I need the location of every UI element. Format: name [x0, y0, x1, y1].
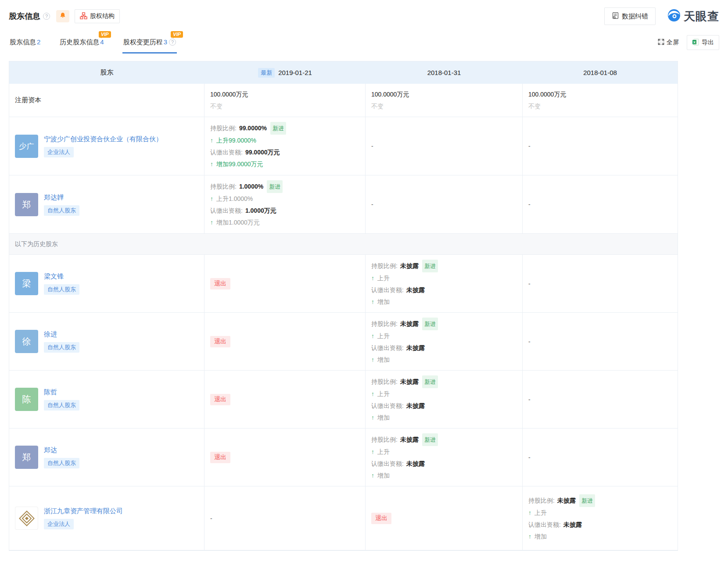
shareholder-type-tag: 自然人股东 [44, 342, 79, 353]
date-cell: 持股比例:未披露新进↑上升认缴出资额:未披露↑增加 [523, 486, 678, 550]
export-button[interactable]: X 导出 [687, 35, 719, 50]
up-arrow-icon: ↑ [210, 135, 213, 146]
ratio-value: 未披露 [400, 434, 419, 446]
amount-value: 未披露 [406, 284, 425, 296]
ratio-label: 持股比例: [210, 122, 237, 134]
equity-structure-button[interactable]: 股权结构 [75, 9, 120, 23]
shareholder-info: 郑达自然人股东 [44, 446, 79, 468]
vip-badge: VIP [171, 31, 183, 38]
new-entry-badge: 新进 [270, 122, 286, 135]
shareholder-name-link[interactable]: 浙江九章资产管理有限公司 [44, 507, 123, 515]
exit-badge: 退出 [371, 513, 391, 524]
tab-shareholder-info[interactable]: 股东信息2 [9, 32, 41, 54]
shareholder-name-link[interactable]: 郑达 [44, 446, 57, 454]
tab-help-icon[interactable]: ? [169, 39, 176, 46]
date-cell: 持股比例:1.0000%新进↑上升1.0000%认缴出资额:1.0000万元↑增… [204, 175, 366, 233]
date-cell: 持股比例:未披露新进↑上升认缴出资额:未披露↑增加 [366, 429, 523, 486]
date-cell: 退出 [366, 486, 523, 550]
shareholder-avatar[interactable]: 郑 [15, 446, 38, 469]
ratio-change: 上升99.0000% [216, 135, 256, 146]
shareholder-info: 梁文锋自然人股东 [44, 272, 79, 295]
ratio-change: 上升 [377, 330, 390, 342]
history-shareholders-separator: 以下为历史股东 [9, 234, 678, 255]
ratio-change: 上升 [377, 446, 390, 458]
shareholder-avatar[interactable]: 徐 [15, 330, 38, 353]
latest-badge: 最新 [258, 68, 275, 78]
date-cell: - [366, 175, 523, 233]
date-cell: 持股比例:99.0000%新进↑上升99.0000%认缴出资额:99.0000万… [204, 117, 366, 175]
date-cell: - [523, 255, 678, 312]
date-cell: 持股比例:未披露新进↑上升认缴出资额:未披露↑增加 [366, 371, 523, 428]
capital-amount: 100.0000万元 [528, 89, 678, 100]
svg-text:X: X [693, 40, 696, 44]
date-cell: 持股比例:未披露新进↑上升认缴出资额:未披露↑增加 [366, 255, 523, 312]
shareholder-type-tag: 自然人股东 [44, 205, 79, 216]
capital-cell: 100.0000万元 不变 [523, 84, 678, 117]
no-data-dash: - [528, 338, 678, 345]
tab-equity-change-history[interactable]: 股权变更历程3? VIP [122, 32, 177, 54]
shareholder-row: 郑郑达韡自然人股东持股比例:1.0000%新进↑上升1.0000%认缴出资额:1… [9, 175, 678, 234]
tab-history-shareholders[interactable]: 历史股东信息4 VIP [59, 32, 104, 54]
new-entry-badge: 新进 [422, 260, 438, 272]
excel-icon: X [692, 39, 702, 47]
brand-text: 天眼查 [684, 9, 719, 24]
company-logo[interactable] [15, 507, 38, 530]
tab-count: 3 [164, 38, 167, 46]
no-data-dash: - [528, 143, 678, 150]
capital-change: 不变 [371, 100, 522, 112]
tianyancha-logo[interactable]: 天眼查 [667, 8, 719, 24]
date-cell: - [523, 117, 678, 175]
date-cell: - [366, 117, 523, 175]
detail-line: 持股比例:1.0000%新进 [210, 180, 365, 193]
date-cell: 退出 [204, 429, 366, 486]
shareholder-row: 梁梁文锋自然人股东退出持股比例:未披露新进↑上升认缴出资额:未披露↑增加- [9, 255, 678, 313]
capital-amount: 100.0000万元 [210, 89, 365, 100]
org-chart-icon [80, 12, 90, 21]
amount-value: 未披露 [406, 400, 425, 412]
current-shareholders-section: 少广宁波少广创业投资合伙企业（有限合伙）企业法人持股比例:99.0000%新进↑… [9, 117, 678, 234]
shareholder-name-link[interactable]: 梁文锋 [44, 272, 64, 281]
exit-badge: 退出 [210, 336, 230, 347]
date-cell: 持股比例:未披露新进↑上升认缴出资额:未披露↑增加 [366, 313, 523, 370]
detail-line: 持股比例:未披露新进 [371, 433, 522, 446]
export-label: 导出 [702, 39, 714, 46]
shareholder-avatar[interactable]: 郑 [15, 193, 38, 216]
shareholder-avatar[interactable]: 陈 [15, 388, 38, 411]
detail-line: 持股比例:未披露新进 [371, 260, 522, 272]
shareholder-avatar[interactable]: 梁 [15, 272, 38, 295]
shareholder-name-link[interactable]: 郑达韡 [44, 193, 64, 202]
shareholder-type-tag: 自然人股东 [44, 458, 79, 468]
ratio-value: 未披露 [557, 495, 576, 507]
data-correction-button[interactable]: 数据纠错 [604, 7, 656, 25]
ratio-label: 持股比例: [371, 434, 398, 446]
subscribe-bell-button[interactable] [56, 10, 69, 22]
ratio-value: 未披露 [400, 260, 419, 272]
fullscreen-button[interactable]: 全屏 [658, 39, 679, 46]
shareholder-avatar[interactable]: 少广 [15, 135, 38, 158]
up-arrow-icon: ↑ [371, 272, 374, 284]
equity-change-table: 股东 最新 2019-01-21 2018-01-31 2018-01-08 注… [9, 61, 678, 551]
registered-capital-row: 注册资本 100.0000万元 不变 100.0000万元 不变 100.000… [9, 84, 678, 117]
detail-line: 认缴出资额:99.0000万元 [210, 146, 365, 158]
shareholder-cell: 浙江九章资产管理有限公司企业法人 [9, 486, 204, 550]
shareholder-name-link[interactable]: 宁波少广创业投资合伙企业（有限合伙） [44, 135, 162, 143]
ratio-value: 未披露 [400, 376, 419, 388]
detail-line: ↑上升 [371, 446, 522, 458]
shareholder-type-tag: 企业法人 [44, 147, 74, 157]
shareholder-row: 少广宁波少广创业投资合伙企业（有限合伙）企业法人持股比例:99.0000%新进↑… [9, 117, 678, 175]
new-entry-badge: 新进 [422, 318, 438, 330]
page-title: 股东信息 [9, 11, 40, 21]
shareholder-name-link[interactable]: 陈哲 [44, 388, 57, 396]
detail-line: ↑增加1.0000万元 [210, 217, 365, 229]
tab-label: 历史股东信息 [60, 38, 99, 46]
ratio-value: 99.0000% [239, 122, 267, 134]
fullscreen-arrows-icon [658, 39, 667, 46]
detail-line: 持股比例:99.0000%新进 [210, 122, 365, 135]
shareholder-row: 浙江九章资产管理有限公司企业法人-退出持股比例:未披露新进↑上升认缴出资额:未披… [9, 486, 678, 550]
detail-line: ↑上升 [528, 507, 678, 519]
new-entry-badge: 新进 [267, 180, 283, 193]
title-help-icon[interactable]: ? [43, 13, 50, 20]
detail-line: ↑增加 [371, 296, 522, 308]
shareholder-name-link[interactable]: 徐进 [44, 330, 57, 339]
equity-structure-label: 股权结构 [90, 12, 115, 20]
